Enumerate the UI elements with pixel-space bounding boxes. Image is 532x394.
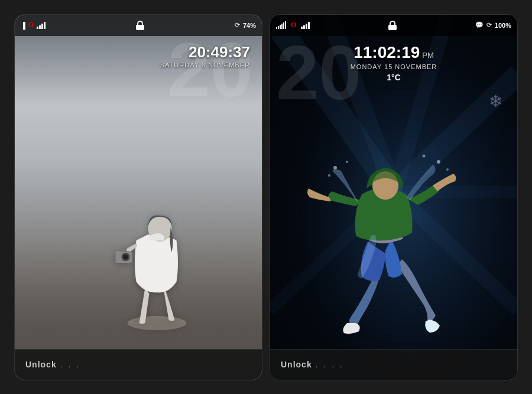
phone-1-date: SATURDAY 6 NOVEMBER xyxy=(160,61,250,69)
lock-icon-1 xyxy=(136,21,144,30)
phone-1-status-bar: ▐ O ⟳ 74% xyxy=(15,15,262,36)
lock-icon-2 xyxy=(388,21,397,30)
chat-icon-2: 💬 xyxy=(475,21,484,29)
unlock-text-2: Unlock xyxy=(281,360,312,369)
signal-full-icon-2 xyxy=(276,21,286,29)
snowflake-icon: ❄ xyxy=(489,92,502,111)
battery-text-2: 100% xyxy=(495,22,511,29)
vodafone-icon-2: O xyxy=(291,21,296,30)
status-left-1: ▐ O xyxy=(21,21,46,30)
unlock-dots-2: . . . . xyxy=(316,360,344,369)
power-icon: ▐ xyxy=(21,22,25,29)
status-right-2: 💬 ⟳ 100% xyxy=(475,21,511,29)
status-left-2: O xyxy=(276,21,310,30)
svg-point-0 xyxy=(128,316,187,330)
svg-point-19 xyxy=(346,161,348,163)
vodafone-icon-1: O xyxy=(28,21,34,30)
phones-container: ▐ O ⟳ 74% 20 20:49:37 SATURDAY 6 NOVEM xyxy=(0,0,532,394)
rotate-icon-1: ⟳ xyxy=(235,21,240,29)
phone-2-weather: 1°C xyxy=(270,73,517,82)
phone-2: ❄ O 💬 ⟳ 100% xyxy=(270,14,518,380)
svg-point-18 xyxy=(446,168,449,171)
battery-text-1: 74% xyxy=(243,22,256,29)
svg-point-3 xyxy=(124,255,128,259)
svg-point-17 xyxy=(437,160,440,164)
phone-2-ampm: PM xyxy=(422,51,434,60)
svg-rect-4 xyxy=(121,249,127,252)
phone-1-time-container: 20 20:49:37 SATURDAY 6 NOVEMBER xyxy=(160,43,250,69)
signal-bars-icon-1 xyxy=(37,22,46,29)
svg-point-15 xyxy=(333,166,337,170)
phone-1-time: 20:49:37 xyxy=(160,43,250,61)
svg-point-16 xyxy=(328,174,330,177)
status-center-2 xyxy=(388,21,397,30)
phone-2-status-bar: O 💬 ⟳ 100% xyxy=(270,15,517,36)
unlock-text-1: Unlock xyxy=(25,360,57,369)
unlock-dots-1: . . . xyxy=(60,360,80,369)
status-center-1 xyxy=(136,21,144,30)
girl-figure xyxy=(95,164,219,349)
svg-point-20 xyxy=(423,154,426,157)
phone-2-time-row: 11:02:19 PM xyxy=(270,43,517,62)
phone-2-time-container: 20 11:02:19 PM MONDAY 15 NOVEMBER 1°C xyxy=(270,43,517,82)
status-right-1: ⟳ 74% xyxy=(235,21,256,29)
phone-1-unlock-bar[interactable]: Unlock . . . xyxy=(15,349,262,380)
rotate-icon-2: ⟳ xyxy=(486,21,492,29)
phone-2-unlock-bar[interactable]: Unlock . . . . xyxy=(270,349,517,380)
phone-1: ▐ O ⟳ 74% 20 20:49:37 SATURDAY 6 NOVEM xyxy=(14,14,262,380)
signal-bars-icon-2 xyxy=(301,22,310,29)
phone-2-date: MONDAY 15 NOVEMBER xyxy=(270,63,517,70)
dancer-figure xyxy=(303,112,468,350)
phone-2-time: 11:02:19 xyxy=(353,43,420,62)
